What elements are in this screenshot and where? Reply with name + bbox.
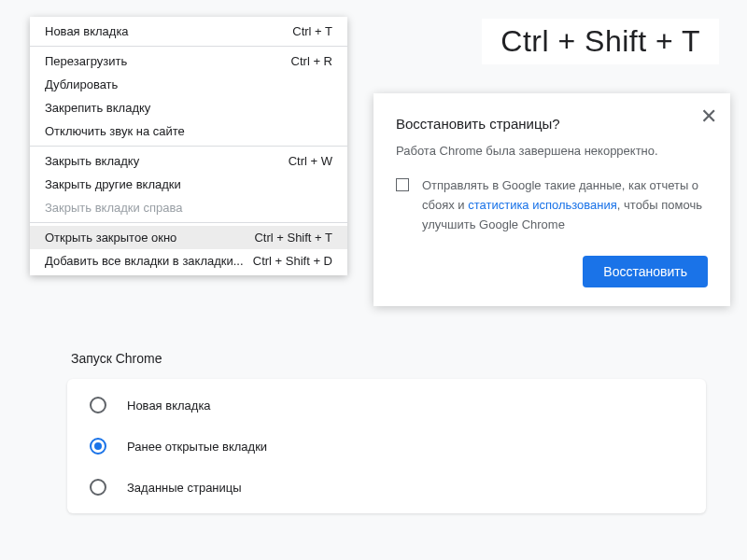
menu-item-close-tab[interactable]: Закрыть вкладку Ctrl + W (30, 149, 347, 173)
menu-item-label: Открыть закрытое окно (45, 231, 176, 245)
menu-item-label: Дублировать (45, 77, 118, 91)
keyboard-shortcut-label: Ctrl + Shift + T (482, 19, 719, 64)
menu-item-reload[interactable]: Перезагрузить Ctrl + R (30, 49, 347, 73)
menu-item-shortcut: Ctrl + Shift + D (253, 254, 332, 268)
menu-item-close-tabs-right: Закрыть вкладки справа (30, 196, 347, 219)
radio-label: Новая вкладка (127, 399, 211, 413)
menu-item-label: Закрыть другие вкладки (45, 177, 181, 191)
crash-report-label: Отправлять в Google такие данные, как от… (422, 176, 708, 234)
menu-item-label: Закрыть вкладку (45, 154, 139, 168)
menu-item-label: Перезагрузить (45, 54, 127, 68)
radio-icon (90, 479, 106, 496)
restore-pages-dialog: ✕ Восстановить страницы? Работа Chrome б… (374, 93, 730, 306)
menu-item-label: Закрыть вкладки справа (45, 201, 182, 215)
menu-item-duplicate[interactable]: Дублировать (30, 73, 347, 96)
radio-icon (90, 397, 106, 413)
menu-item-new-tab[interactable]: Новая вкладка Ctrl + T (30, 20, 347, 43)
menu-item-label: Закрепить вкладку (45, 101, 150, 115)
menu-item-mute-site[interactable]: Отключить звук на сайте (30, 119, 347, 143)
menu-item-shortcut: Ctrl + R (291, 54, 332, 68)
restore-button[interactable]: Восстановить (583, 256, 708, 287)
radio-label: Ранее открытые вкладки (127, 440, 267, 454)
menu-item-reopen-closed[interactable]: Открыть закрытое окно Ctrl + Shift + T (30, 226, 347, 249)
dialog-subtitle: Работа Chrome была завершена некорректно… (396, 143, 708, 160)
startup-settings-section: Запуск Chrome Новая вкладка Ранее открыт… (67, 351, 706, 513)
menu-item-pin-tab[interactable]: Закрепить вкладку (30, 96, 347, 119)
dialog-button-row: Восстановить (396, 256, 708, 287)
menu-separator (30, 222, 347, 223)
tab-context-menu: Новая вкладка Ctrl + T Перезагрузить Ctr… (30, 17, 347, 275)
radio-icon (90, 438, 106, 455)
startup-option-continue[interactable]: Ранее открытые вкладки (67, 426, 706, 467)
crash-report-checkbox[interactable] (396, 178, 409, 191)
startup-option-new-tab[interactable]: Новая вкладка (67, 385, 706, 426)
radio-label: Заданные страницы (127, 481, 242, 495)
startup-option-specific-pages[interactable]: Заданные страницы (67, 467, 706, 508)
menu-item-bookmark-all-tabs[interactable]: Добавить все вкладки в закладки... Ctrl … (30, 249, 347, 273)
usage-stats-link[interactable]: статистика использования (468, 198, 617, 212)
menu-item-shortcut: Ctrl + Shift + T (254, 231, 332, 245)
crash-report-checkbox-row: Отправлять в Google такие данные, как от… (396, 176, 708, 234)
close-icon[interactable]: ✕ (700, 105, 717, 129)
dialog-title: Восстановить страницы? (396, 116, 708, 132)
menu-separator (30, 146, 347, 147)
menu-item-shortcut: Ctrl + T (292, 24, 332, 38)
menu-item-close-other-tabs[interactable]: Закрыть другие вкладки (30, 173, 347, 196)
menu-item-label: Отключить звук на сайте (45, 124, 185, 138)
menu-item-label: Новая вкладка (45, 24, 129, 38)
startup-options-card: Новая вкладка Ранее открытые вкладки Зад… (67, 379, 706, 513)
startup-settings-title: Запуск Chrome (71, 351, 706, 366)
menu-separator (30, 46, 347, 47)
menu-item-label: Добавить все вкладки в закладки... (45, 254, 244, 268)
menu-item-shortcut: Ctrl + W (289, 154, 332, 168)
